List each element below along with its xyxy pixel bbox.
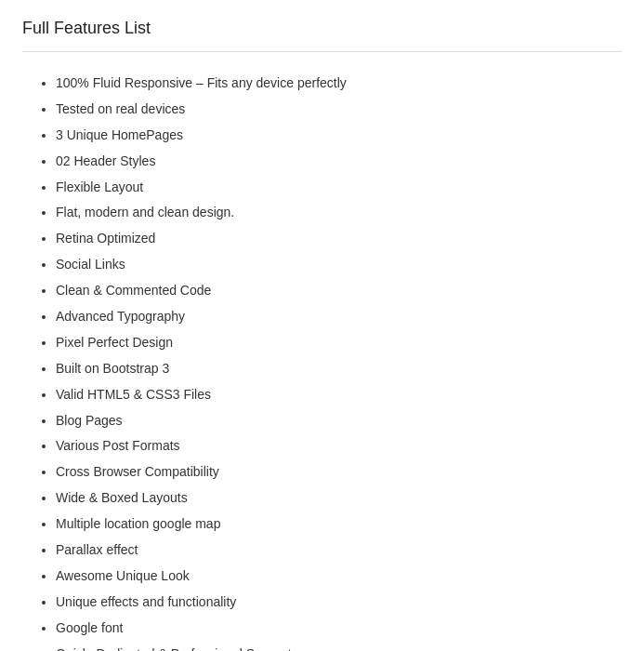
list-item: Pixel Perfect Design: [56, 330, 622, 356]
list-item: Tested on real devices: [56, 97, 622, 123]
list-item: Advanced Typography: [56, 304, 622, 330]
list-item: Flat, modern and clean design.: [56, 200, 622, 226]
list-item: Blog Pages: [56, 408, 622, 434]
list-item: Various Post Formats: [56, 433, 622, 459]
list-item: Google font: [56, 616, 622, 642]
page-container: Full Features List 100% Fluid Responsive…: [0, 0, 644, 651]
list-item: Retina Optimized: [56, 226, 622, 252]
list-item: Built on Bootstrap 3: [56, 356, 622, 382]
divider: [22, 51, 622, 52]
list-item: Valid HTML5 & CSS3 Files: [56, 382, 622, 408]
list-item: Unique effects and functionality: [56, 590, 622, 616]
list-item: Multiple location google map: [56, 512, 622, 538]
list-item: Awesome Unique Look: [56, 564, 622, 590]
list-item: 100% Fluid Responsive – Fits any device …: [56, 71, 622, 97]
list-item: Flexible Layout: [56, 175, 622, 201]
list-item: Cross Browser Compatibility: [56, 459, 622, 485]
list-item: 02 Header Styles: [56, 149, 622, 175]
list-item: Social Links: [56, 252, 622, 278]
list-item: 3 Unique HomePages: [56, 123, 622, 149]
list-item: Parallax effect: [56, 538, 622, 564]
list-item: Quick, Dedicated & Professional Support: [56, 642, 622, 651]
list-item: Clean & Commented Code: [56, 278, 622, 304]
list-item: Wide & Boxed Layouts: [56, 485, 622, 512]
page-title: Full Features List: [22, 19, 622, 38]
features-list: 100% Fluid Responsive – Fits any device …: [22, 71, 622, 651]
